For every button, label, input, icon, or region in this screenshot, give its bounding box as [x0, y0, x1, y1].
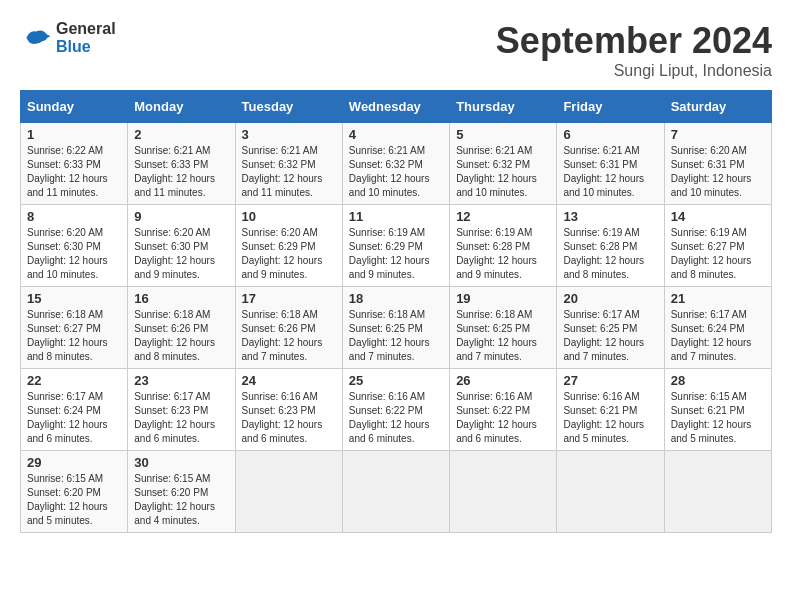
day-number: 14 [671, 209, 765, 224]
day-info: Sunrise: 6:18 AM Sunset: 6:25 PM Dayligh… [456, 308, 550, 364]
day-number: 4 [349, 127, 443, 142]
day-info: Sunrise: 6:16 AM Sunset: 6:21 PM Dayligh… [563, 390, 657, 446]
day-info: Sunrise: 6:19 AM Sunset: 6:29 PM Dayligh… [349, 226, 443, 282]
calendar-cell: 7 Sunrise: 6:20 AM Sunset: 6:31 PM Dayli… [664, 123, 771, 205]
calendar-cell: 13 Sunrise: 6:19 AM Sunset: 6:28 PM Dayl… [557, 205, 664, 287]
calendar-cell: 18 Sunrise: 6:18 AM Sunset: 6:25 PM Dayl… [342, 287, 449, 369]
calendar-cell [450, 451, 557, 533]
day-info: Sunrise: 6:17 AM Sunset: 6:25 PM Dayligh… [563, 308, 657, 364]
calendar-cell: 21 Sunrise: 6:17 AM Sunset: 6:24 PM Dayl… [664, 287, 771, 369]
calendar-cell: 12 Sunrise: 6:19 AM Sunset: 6:28 PM Dayl… [450, 205, 557, 287]
calendar-cell: 5 Sunrise: 6:21 AM Sunset: 6:32 PM Dayli… [450, 123, 557, 205]
day-info: Sunrise: 6:15 AM Sunset: 6:20 PM Dayligh… [27, 472, 121, 528]
calendar-cell: 29 Sunrise: 6:15 AM Sunset: 6:20 PM Dayl… [21, 451, 128, 533]
logo-icon [20, 22, 52, 54]
calendar-cell: 22 Sunrise: 6:17 AM Sunset: 6:24 PM Dayl… [21, 369, 128, 451]
day-number: 18 [349, 291, 443, 306]
calendar-cell: 9 Sunrise: 6:20 AM Sunset: 6:30 PM Dayli… [128, 205, 235, 287]
day-info: Sunrise: 6:17 AM Sunset: 6:23 PM Dayligh… [134, 390, 228, 446]
day-info: Sunrise: 6:20 AM Sunset: 6:30 PM Dayligh… [134, 226, 228, 282]
day-number: 29 [27, 455, 121, 470]
day-number: 11 [349, 209, 443, 224]
calendar-cell: 20 Sunrise: 6:17 AM Sunset: 6:25 PM Dayl… [557, 287, 664, 369]
day-info: Sunrise: 6:20 AM Sunset: 6:30 PM Dayligh… [27, 226, 121, 282]
day-info: Sunrise: 6:22 AM Sunset: 6:33 PM Dayligh… [27, 144, 121, 200]
calendar-cell [342, 451, 449, 533]
calendar-cell: 2 Sunrise: 6:21 AM Sunset: 6:33 PM Dayli… [128, 123, 235, 205]
day-info: Sunrise: 6:15 AM Sunset: 6:21 PM Dayligh… [671, 390, 765, 446]
calendar-cell: 17 Sunrise: 6:18 AM Sunset: 6:26 PM Dayl… [235, 287, 342, 369]
day-number: 5 [456, 127, 550, 142]
day-number: 3 [242, 127, 336, 142]
weekday-header-thursday: Thursday [450, 91, 557, 123]
calendar-cell: 11 Sunrise: 6:19 AM Sunset: 6:29 PM Dayl… [342, 205, 449, 287]
day-number: 21 [671, 291, 765, 306]
logo-text: General Blue [56, 20, 116, 56]
calendar-cell: 28 Sunrise: 6:15 AM Sunset: 6:21 PM Dayl… [664, 369, 771, 451]
weekday-header-saturday: Saturday [664, 91, 771, 123]
day-info: Sunrise: 6:19 AM Sunset: 6:28 PM Dayligh… [456, 226, 550, 282]
calendar-cell: 14 Sunrise: 6:19 AM Sunset: 6:27 PM Dayl… [664, 205, 771, 287]
calendar-cell: 27 Sunrise: 6:16 AM Sunset: 6:21 PM Dayl… [557, 369, 664, 451]
month-title: September 2024 [496, 20, 772, 62]
weekday-header-monday: Monday [128, 91, 235, 123]
day-number: 23 [134, 373, 228, 388]
calendar-cell [557, 451, 664, 533]
day-number: 24 [242, 373, 336, 388]
day-info: Sunrise: 6:15 AM Sunset: 6:20 PM Dayligh… [134, 472, 228, 528]
calendar-cell [664, 451, 771, 533]
day-info: Sunrise: 6:20 AM Sunset: 6:29 PM Dayligh… [242, 226, 336, 282]
day-number: 26 [456, 373, 550, 388]
weekday-header-row: SundayMondayTuesdayWednesdayThursdayFrid… [21, 91, 772, 123]
day-info: Sunrise: 6:18 AM Sunset: 6:27 PM Dayligh… [27, 308, 121, 364]
calendar-cell: 25 Sunrise: 6:16 AM Sunset: 6:22 PM Dayl… [342, 369, 449, 451]
logo: General Blue [20, 20, 116, 56]
day-number: 27 [563, 373, 657, 388]
day-number: 20 [563, 291, 657, 306]
weekday-header-friday: Friday [557, 91, 664, 123]
calendar-table: SundayMondayTuesdayWednesdayThursdayFrid… [20, 90, 772, 533]
weekday-header-tuesday: Tuesday [235, 91, 342, 123]
page-header: General Blue September 2024 Sungi Liput,… [20, 20, 772, 80]
location: Sungi Liput, Indonesia [496, 62, 772, 80]
day-number: 6 [563, 127, 657, 142]
day-number: 10 [242, 209, 336, 224]
day-number: 1 [27, 127, 121, 142]
day-number: 9 [134, 209, 228, 224]
calendar-cell: 1 Sunrise: 6:22 AM Sunset: 6:33 PM Dayli… [21, 123, 128, 205]
day-info: Sunrise: 6:20 AM Sunset: 6:31 PM Dayligh… [671, 144, 765, 200]
calendar-cell: 23 Sunrise: 6:17 AM Sunset: 6:23 PM Dayl… [128, 369, 235, 451]
day-info: Sunrise: 6:19 AM Sunset: 6:28 PM Dayligh… [563, 226, 657, 282]
calendar-cell: 8 Sunrise: 6:20 AM Sunset: 6:30 PM Dayli… [21, 205, 128, 287]
calendar-cell: 16 Sunrise: 6:18 AM Sunset: 6:26 PM Dayl… [128, 287, 235, 369]
day-info: Sunrise: 6:19 AM Sunset: 6:27 PM Dayligh… [671, 226, 765, 282]
calendar-cell: 26 Sunrise: 6:16 AM Sunset: 6:22 PM Dayl… [450, 369, 557, 451]
day-number: 17 [242, 291, 336, 306]
calendar-week-5: 29 Sunrise: 6:15 AM Sunset: 6:20 PM Dayl… [21, 451, 772, 533]
calendar-cell: 15 Sunrise: 6:18 AM Sunset: 6:27 PM Dayl… [21, 287, 128, 369]
calendar-week-1: 1 Sunrise: 6:22 AM Sunset: 6:33 PM Dayli… [21, 123, 772, 205]
title-block: September 2024 Sungi Liput, Indonesia [496, 20, 772, 80]
day-info: Sunrise: 6:21 AM Sunset: 6:32 PM Dayligh… [456, 144, 550, 200]
day-number: 12 [456, 209, 550, 224]
day-info: Sunrise: 6:16 AM Sunset: 6:23 PM Dayligh… [242, 390, 336, 446]
day-number: 22 [27, 373, 121, 388]
calendar-cell: 24 Sunrise: 6:16 AM Sunset: 6:23 PM Dayl… [235, 369, 342, 451]
calendar-cell [235, 451, 342, 533]
calendar-cell: 10 Sunrise: 6:20 AM Sunset: 6:29 PM Dayl… [235, 205, 342, 287]
weekday-header-sunday: Sunday [21, 91, 128, 123]
calendar-cell: 6 Sunrise: 6:21 AM Sunset: 6:31 PM Dayli… [557, 123, 664, 205]
calendar-cell: 19 Sunrise: 6:18 AM Sunset: 6:25 PM Dayl… [450, 287, 557, 369]
day-info: Sunrise: 6:21 AM Sunset: 6:33 PM Dayligh… [134, 144, 228, 200]
calendar-cell: 4 Sunrise: 6:21 AM Sunset: 6:32 PM Dayli… [342, 123, 449, 205]
day-info: Sunrise: 6:18 AM Sunset: 6:26 PM Dayligh… [134, 308, 228, 364]
day-info: Sunrise: 6:21 AM Sunset: 6:31 PM Dayligh… [563, 144, 657, 200]
day-number: 19 [456, 291, 550, 306]
calendar-cell: 30 Sunrise: 6:15 AM Sunset: 6:20 PM Dayl… [128, 451, 235, 533]
day-info: Sunrise: 6:18 AM Sunset: 6:25 PM Dayligh… [349, 308, 443, 364]
day-number: 16 [134, 291, 228, 306]
day-info: Sunrise: 6:16 AM Sunset: 6:22 PM Dayligh… [456, 390, 550, 446]
weekday-header-wednesday: Wednesday [342, 91, 449, 123]
day-number: 30 [134, 455, 228, 470]
day-number: 15 [27, 291, 121, 306]
